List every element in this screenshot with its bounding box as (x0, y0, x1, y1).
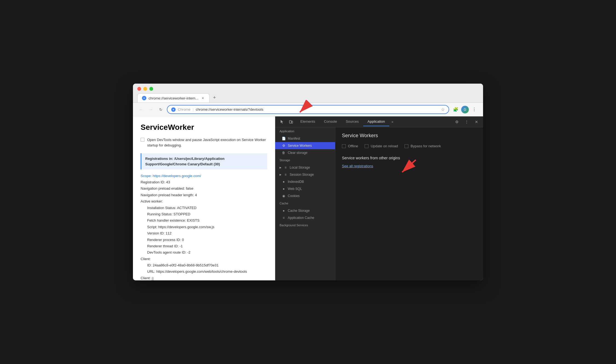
scope-link[interactable]: Scope: https://developers.google.com/ (141, 174, 267, 178)
update-on-reload-checkbox[interactable] (365, 144, 368, 148)
tab-sources[interactable]: Sources (341, 117, 363, 126)
renderer-process-id: Renderer process ID: 0 (141, 237, 267, 243)
active-worker-label: Active worker: (141, 198, 267, 204)
cookies-icon: ◉ (282, 194, 286, 198)
tab-console[interactable]: Console (319, 117, 341, 126)
application-section-header: Application (275, 127, 335, 135)
sidebar-item-application-cache[interactable]: ≡ Application Cache (275, 214, 335, 221)
installation-status: Installation Status: ACTIVATED (141, 205, 267, 211)
checkbox-label: Open DevTools window and pause JavaScrip… (147, 137, 267, 148)
update-on-reload-label: Update on reload (371, 144, 398, 148)
sidebar-item-cache-storage[interactable]: ● Cache Storage (275, 207, 335, 214)
inspector-button[interactable] (277, 118, 286, 126)
nav-preload-header-length: Navigation preload header length: 4 (141, 192, 267, 198)
client-label-2: Client: (141, 275, 267, 280)
minimize-button[interactable] (143, 87, 147, 91)
devtools-toolbar-right: ⚙ ⋮ ✕ (452, 118, 481, 126)
running-status: Running Status: STOPPED (141, 211, 267, 217)
sidebar-item-web-sql[interactable]: ● Web SQL (275, 185, 335, 192)
bypass-for-network-checkbox[interactable] (405, 144, 408, 148)
settings-button[interactable]: ⚙ (452, 118, 461, 126)
web-sql-icon: ● (282, 187, 286, 191)
new-tab-button[interactable]: + (211, 94, 218, 101)
storage-section-header: Storage (275, 156, 335, 164)
bookmark-star-icon[interactable]: ☆ (441, 107, 445, 112)
menu-button[interactable]: ⋮ (470, 105, 479, 114)
see-all-registrations-link[interactable]: See all registrations (342, 164, 373, 168)
scrollbar-thumb[interactable] (152, 277, 154, 280)
local-storage-icon: ≡ (284, 166, 287, 169)
offline-label: Offline (348, 144, 358, 148)
extensions-button[interactable]: 🧩 (451, 105, 460, 114)
client-id-1: ID: 24aa86c8-e0f2-48a0-8b68-9b515df70e31 (141, 262, 267, 268)
svg-line-5 (402, 160, 416, 172)
registration-header-text: Registrations in: /Users/jec/Library/App… (145, 157, 225, 166)
tab-close-button[interactable]: ✕ (201, 96, 205, 100)
sidebar-item-manifest[interactable]: 📄 Manifest (275, 135, 335, 142)
sidebar-item-indexeddb[interactable]: ● IndexedDB (275, 178, 335, 185)
address-bar: ← → ↻ ● Chrome | chrome://serviceworker-… (133, 103, 483, 116)
script-url: Script: https://developers.google.com/sw… (141, 224, 267, 230)
sidebar-item-service-workers[interactable]: ⚙ Service Workers (275, 142, 335, 149)
application-cache-icon: ≡ (282, 216, 286, 220)
more-options-button[interactable]: ⋮ (462, 118, 471, 126)
registration-id: Registration ID: 43 (141, 179, 267, 185)
offline-checkbox[interactable] (342, 144, 346, 148)
fetch-handler-existence: Fetch handler existence: EXISTS (141, 217, 267, 224)
tab-favicon: ● (142, 96, 146, 100)
browser-content: ServiceWorker Open DevTools window and p… (133, 116, 483, 280)
devtools-agent-route-id: DevTools agent route ID: -2 (141, 249, 267, 256)
tab-title: chrome://serviceworker-intern... (149, 96, 198, 100)
tab-elements[interactable]: Elements (296, 117, 319, 126)
update-on-reload-checkbox-item[interactable]: Update on reload (365, 144, 398, 148)
service-workers-icon: ⚙ (282, 144, 286, 148)
client-label-1: Client: (141, 256, 267, 262)
url-bar[interactable]: ● Chrome | chrome://serviceworker-intern… (167, 105, 449, 114)
cache-storage-icon: ● (282, 209, 286, 213)
browser-window: ● chrome://serviceworker-intern... ✕ + ←… (133, 84, 483, 280)
cache-section-header: Cache (275, 199, 335, 207)
debug-checkbox[interactable] (141, 138, 144, 142)
reload-button[interactable]: ↻ (157, 106, 165, 113)
client-url-1: URL: https://developers.google.com/web/t… (141, 268, 267, 275)
other-origins-title: Service workers from other origins (342, 156, 400, 160)
maximize-button[interactable] (149, 87, 153, 91)
close-devtools-button[interactable]: ✕ (472, 118, 481, 126)
devtools-main-panel: Service Workers Offline Update on reload (335, 127, 483, 280)
sidebar-item-clear-storage[interactable]: 🗑 Clear storage (275, 149, 335, 156)
close-button[interactable] (137, 87, 141, 91)
forward-button[interactable]: → (147, 106, 155, 113)
devtools-panel: Elements Console Sources Application » (275, 116, 483, 280)
toolbar-right: 🧩 G ⋮ (451, 105, 479, 114)
back-button[interactable]: ← (137, 106, 145, 113)
sidebar-item-local-storage[interactable]: ▶ ≡ Local Storage (275, 164, 335, 171)
bypass-for-network-checkbox-item[interactable]: Bypass for network (405, 144, 441, 148)
manifest-icon: 📄 (282, 137, 286, 140)
device-toggle-button[interactable] (287, 118, 295, 126)
title-bar: ● chrome://serviceworker-intern... ✕ + (133, 84, 483, 103)
registration-header: Registrations in: /Users/jec/Library/App… (141, 153, 267, 169)
devtools-sidebar: Application 📄 Manifest ⚙ Service Workers… (275, 127, 335, 280)
options-row: Offline Update on reload Bypass for netw… (342, 144, 476, 148)
active-tab[interactable]: ● chrome://serviceworker-intern... ✕ (137, 93, 210, 102)
sidebar-item-cookies[interactable]: ◉ Cookies (275, 192, 335, 199)
sidebar-item-session-storage[interactable]: ▶ ≡ Session Storage (275, 171, 335, 178)
url-separator: | (193, 107, 193, 111)
svg-rect-2 (289, 121, 291, 123)
tab-application[interactable]: Application (363, 117, 390, 126)
expand-arrow-icon: ▶ (280, 166, 281, 169)
clear-storage-icon: 🗑 (282, 151, 286, 155)
devtools-toolbar: Elements Console Sources Application » (275, 116, 483, 127)
url-text[interactable]: chrome://serviceworker-internals/?devtoo… (196, 107, 439, 111)
profile-button[interactable]: G (461, 106, 469, 113)
devtools-body: Application 📄 Manifest ⚙ Service Workers… (275, 127, 483, 280)
panel-title: Service Workers (342, 133, 476, 139)
page-title: ServiceWorker (141, 123, 267, 132)
offline-checkbox-item[interactable]: Offline (342, 144, 358, 148)
indexeddb-icon: ● (282, 180, 286, 184)
devtools-tabs: Elements Console Sources Application » (296, 117, 452, 126)
session-storage-icon: ≡ (284, 173, 287, 177)
expand-arrow-session-icon: ▶ (280, 173, 281, 176)
more-tabs-button[interactable]: » (389, 118, 396, 126)
version-id: Version ID: 112 (141, 230, 267, 236)
